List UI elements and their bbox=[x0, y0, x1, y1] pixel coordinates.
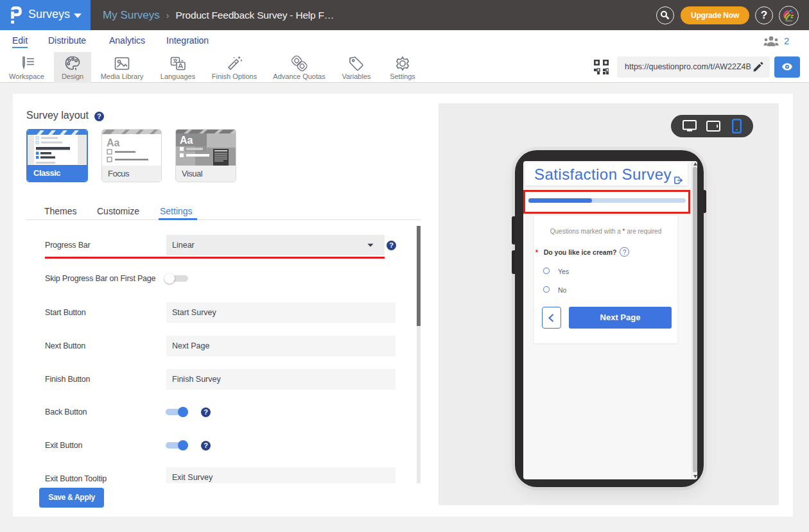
svg-text:Aa: Aa bbox=[180, 135, 193, 146]
svg-text:Aa: Aa bbox=[107, 137, 120, 148]
